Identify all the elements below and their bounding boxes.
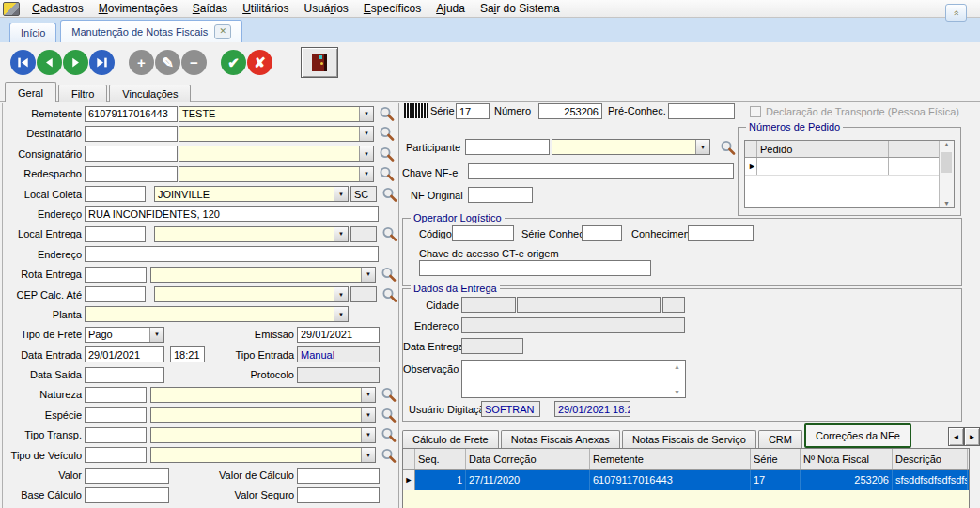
nav-prev-button[interactable]: [37, 50, 62, 75]
local-entrega-search-icon[interactable]: [381, 226, 397, 241]
cep-calc-ate-combo[interactable]: ▼: [154, 286, 349, 302]
scroll-down-icon[interactable]: ▼: [943, 200, 950, 207]
confirm-button[interactable]: ✔: [221, 50, 246, 75]
column-header-remetente[interactable]: Remetente: [590, 449, 751, 469]
local-entrega-uf-field[interactable]: [350, 226, 377, 242]
protocolo-field[interactable]: [297, 367, 380, 383]
tipo-de-veiculo-search-icon[interactable]: [381, 448, 397, 463]
consignatario-combo[interactable]: ▼: [179, 146, 374, 162]
redespacho-search-icon[interactable]: [379, 166, 395, 181]
menu-item-usuarios[interactable]: Usuários: [296, 1, 355, 16]
conhecimento-field[interactable]: [688, 225, 754, 241]
correcoes-grid[interactable]: Seq.Data CorreçãoRemetenteSérieNº Nota F…: [402, 448, 970, 508]
redespacho-combo[interactable]: ▼: [179, 166, 374, 182]
column-header-seq[interactable]: Seq.: [415, 449, 466, 469]
codigo-field[interactable]: [452, 225, 514, 241]
dropdown-arrow-icon[interactable]: ▼: [334, 187, 348, 201]
column-header-descricao[interactable]: Descrição: [893, 449, 968, 469]
local-entrega-code-field[interactable]: [85, 226, 146, 242]
cep-calc-ate-uf-field[interactable]: [350, 286, 377, 302]
tab-scroll-right-button[interactable]: ►: [964, 427, 980, 446]
especie-code-field[interactable]: [85, 407, 147, 423]
natureza-combo[interactable]: ▼: [150, 387, 376, 403]
observacao-field[interactable]: [461, 360, 686, 398]
menu-item-saidas[interactable]: Saídas: [185, 1, 235, 16]
delete-button[interactable]: −: [181, 50, 207, 75]
consignatario-search-icon[interactable]: [379, 146, 395, 162]
add-button[interactable]: +: [129, 50, 154, 75]
dropdown-arrow-icon[interactable]: ▼: [359, 127, 373, 141]
participante-code-field[interactable]: [465, 139, 550, 155]
dropdown-arrow-icon[interactable]: ▼: [359, 107, 373, 121]
menu-item-utilitarios[interactable]: Utilitários: [235, 1, 296, 16]
window-tab-inicio[interactable]: Início: [9, 23, 56, 42]
tipo-transp-code-field[interactable]: [85, 427, 147, 443]
dropdown-arrow-icon[interactable]: ▼: [361, 388, 375, 402]
tipo-transp-search-icon[interactable]: [381, 427, 397, 442]
column-header-n-nota-fiscal[interactable]: Nº Nota Fiscal: [801, 449, 893, 469]
chave-nfe-field[interactable]: [468, 163, 734, 179]
especie-combo[interactable]: ▼: [150, 407, 376, 423]
data-entrada-field[interactable]: 29/01/2021: [85, 346, 164, 362]
tipo-de-frete-combo[interactable]: Pago▼: [85, 327, 164, 343]
local-entrega-combo[interactable]: ▼: [154, 226, 349, 242]
window-tab-manutencao-de-notas-fiscais[interactable]: Manutenção de Notas Fiscais✕: [60, 20, 242, 42]
table-row[interactable]: ►127/11/20206107911701644317253206sfsddf…: [403, 470, 969, 490]
remetente-search-icon[interactable]: [379, 106, 395, 121]
dropdown-arrow-icon[interactable]: ▼: [695, 140, 709, 154]
destinatario-combo[interactable]: ▼: [179, 126, 374, 142]
valor-de-calculo-field[interactable]: [297, 468, 380, 484]
cep-calc-ate-code-field[interactable]: [85, 286, 146, 302]
tab-close-icon[interactable]: ✕: [214, 24, 231, 39]
endereco-field[interactable]: RUA INCONFIDENTES, 120: [85, 206, 379, 222]
chave-cte-field[interactable]: [419, 260, 651, 276]
tab-notas-fiscais-anexas[interactable]: Notas Fiscais Anexas: [501, 430, 620, 448]
destinatario-search-icon[interactable]: [379, 126, 395, 141]
valor-field[interactable]: [85, 468, 169, 484]
scroll-thumb[interactable]: [941, 152, 952, 173]
natureza-code-field[interactable]: [85, 387, 147, 403]
numero-field[interactable]: 253206: [538, 103, 602, 119]
remetente-combo[interactable]: TESTE▼: [179, 106, 374, 122]
dropdown-arrow-icon[interactable]: ▼: [359, 167, 373, 181]
column-header-serie[interactable]: Série: [751, 449, 801, 469]
valor-seguro-field[interactable]: [297, 487, 380, 503]
base-calculo-field[interactable]: [85, 487, 169, 503]
tab-calculo-de-frete[interactable]: Cálculo de Frete: [402, 430, 499, 448]
data-entrada-time-field[interactable]: 18:21: [170, 346, 205, 362]
menu-item-ajuda[interactable]: Ajuda: [428, 1, 473, 16]
dropdown-arrow-icon[interactable]: ▼: [361, 428, 375, 442]
endereco-2-field[interactable]: [85, 246, 379, 262]
local-coleta-combo[interactable]: JOINVILLE▼: [154, 186, 349, 202]
data-saida-field[interactable]: [85, 367, 164, 383]
rota-entrega-code-field[interactable]: [85, 267, 147, 283]
tab-correcoes-da-nfe[interactable]: Correções da NFe: [804, 423, 911, 448]
dropdown-arrow-icon[interactable]: ▼: [361, 408, 375, 422]
menu-item-cadastros[interactable]: Cadastros: [24, 1, 91, 16]
especie-search-icon[interactable]: [381, 408, 397, 423]
pedido-empty-cell[interactable]: [757, 158, 889, 175]
dropdown-arrow-icon[interactable]: ▼: [334, 227, 348, 241]
serie-field[interactable]: 17: [456, 103, 490, 119]
dropdown-arrow-icon[interactable]: ▼: [334, 287, 348, 301]
participante-combo[interactable]: ▼: [552, 139, 710, 155]
nav-last-button[interactable]: [89, 50, 115, 75]
pre-conhec-field[interactable]: [668, 103, 735, 119]
tab-notas-fiscais-de-servico[interactable]: Notas Fiscais de Serviço: [622, 430, 756, 448]
local-coleta-uf-field[interactable]: SC: [350, 186, 377, 202]
participante-search-icon[interactable]: [720, 140, 736, 155]
tipo-entrada-field[interactable]: Manual: [297, 346, 380, 362]
nf-original-field[interactable]: [468, 187, 533, 203]
rota-entrega-combo[interactable]: ▼: [150, 267, 376, 283]
menu-item-movimentacoes[interactable]: Movimentações: [91, 1, 185, 16]
natureza-search-icon[interactable]: [381, 387, 397, 402]
dropdown-arrow-icon[interactable]: ▼: [359, 146, 373, 161]
nav-first-button[interactable]: [10, 50, 36, 75]
pedidos-grid[interactable]: Pedido ► ▲ ▼: [744, 140, 955, 208]
exit-button[interactable]: [301, 47, 338, 78]
dropdown-arrow-icon[interactable]: ▼: [361, 448, 375, 462]
consignatario-code-field[interactable]: [85, 146, 178, 162]
pedidos-column-header[interactable]: Pedido: [757, 141, 889, 157]
grid-marker-header[interactable]: [403, 449, 415, 469]
rota-entrega-search-icon[interactable]: [381, 267, 397, 282]
